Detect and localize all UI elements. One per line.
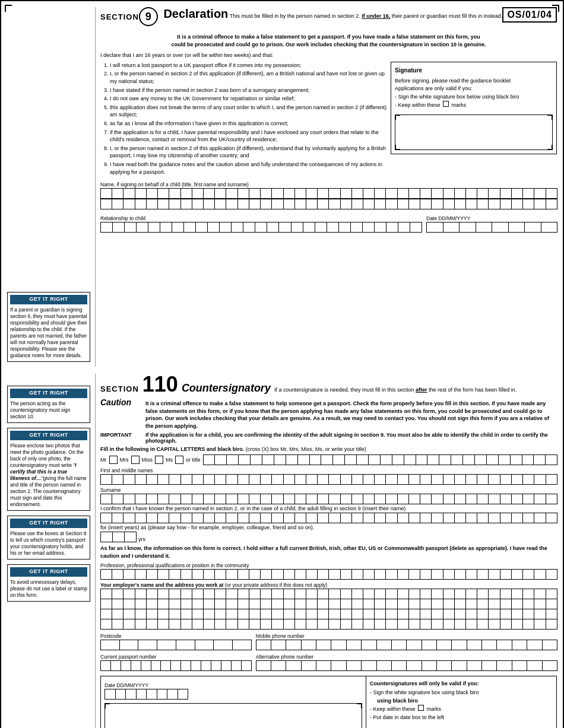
title-row: Mr Mrs Miss Ms or title (100, 454, 557, 465)
postcode-mobile-row: Postcode Mobile phone number (100, 631, 557, 650)
sidebar10-box4: GET IT RIGHT To avoid unnecessary delays… (7, 564, 90, 602)
confirm-grid[interactable] (100, 513, 557, 523)
sig-line1: Before signing, please read the guidance… (395, 77, 553, 85)
postcode-grid[interactable] (100, 640, 251, 650)
alt-phone-label: Alternative phone number (256, 654, 557, 660)
important-row: IMPORTANT If the application is for a ch… (100, 432, 557, 444)
form-number: OS/01/04 (502, 7, 557, 23)
section9-layout: GET IT RIGHT If a parent or guardian is … (7, 7, 557, 367)
caution-text: It is a criminal offence to make a false… (145, 400, 557, 430)
title-grid[interactable] (203, 454, 557, 465)
ms-label: Ms (166, 457, 173, 463)
section9-content: SECTION 9 Declaration This must be fille… (95, 7, 557, 367)
sec9-points: I will return a lost passport to a UK pa… (100, 62, 387, 177)
employer-section: Your employer's name and the address you… (100, 582, 557, 630)
alt-phone-section: Alternative phone number (256, 651, 557, 671)
get-it-right-2: GET IT RIGHT (10, 389, 87, 398)
employer-grid-3[interactable] (100, 609, 557, 619)
sec9-columns: I will return a lost passport to a UK pa… (100, 62, 557, 177)
decl-point-2: I, or the person named in section 2 of t… (110, 70, 387, 85)
bottom-bullet1b: using black biro (370, 697, 553, 705)
surname-label: Surname (100, 487, 557, 493)
sig-bullet1: - Sign the white signature box below usi… (395, 93, 553, 101)
miss-label: Miss (142, 457, 153, 463)
profession-grid[interactable] (100, 569, 557, 580)
employer-grid-2[interactable] (100, 599, 557, 609)
sidebar10: GET IT RIGHT The person acting as the co… (7, 374, 95, 728)
date10-grid[interactable] (104, 689, 188, 700)
years-grid[interactable] (100, 532, 136, 542)
countersig-validity: Countersignatures will only be valid if … (370, 680, 553, 688)
relationship-label: Relationship to child (100, 215, 422, 221)
or-title-label: or title (186, 457, 201, 463)
relationship-grid[interactable] (100, 222, 422, 233)
criminal-warning: It is a criminal offence to make a false… (100, 33, 557, 48)
section9-label: SECTION (100, 12, 139, 21)
for-years-label: for (insert years) as (please say how - … (100, 524, 557, 530)
mrs-checkbox[interactable] (131, 456, 140, 464)
passport-phone-row: Current passport number (100, 651, 557, 671)
passport-grid[interactable] (100, 660, 251, 671)
employer-grid-1[interactable] (100, 589, 557, 599)
bottom-sig-left: Date DD/MM/YYYY (101, 676, 366, 728)
mobile-grid[interactable] (256, 640, 557, 650)
mobile-section: Mobile phone number (256, 631, 557, 650)
decl-point-4: I do not owe any money to the UK Governm… (110, 95, 387, 103)
caution-row: Caution It is a criminal offence to make… (100, 398, 557, 430)
section10-label: SECTION (100, 384, 139, 393)
declaration-title: Declaration (163, 7, 228, 20)
employer-label: Your employer's name and the address you… (100, 582, 557, 588)
surname-section: Surname (100, 487, 557, 504)
bottom-sig-right: Countersignatures will only be valid if … (366, 676, 556, 728)
sidebar10-text1: The person acting as the countersignator… (10, 400, 87, 420)
postcode-section: Postcode (100, 631, 251, 650)
decl-point-9: I have read both the guidance notes and … (110, 161, 387, 176)
sidebar10-box2: GET IT RIGHT Please enclose two photos t… (7, 428, 90, 511)
sec9-signature-box: Signature Before signing, please read th… (391, 62, 557, 177)
section9-header: SECTION 9 (100, 7, 158, 26)
sidebar9-text: If a parent or guardian is signing secti… (10, 307, 87, 359)
alt-phone-grid[interactable] (256, 660, 557, 671)
declaration-subtitle: This must be filled in by the person nam… (230, 13, 502, 19)
countersig-subtitle: If a countersignature is needed, they mu… (274, 387, 517, 393)
name-label: Name, if signing on behalf of a child (t… (100, 182, 557, 187)
date9-grid[interactable] (426, 222, 557, 233)
sidebar10-box1: GET IT RIGHT The person acting as the co… (7, 386, 90, 423)
get-it-right-4: GET IT RIGHT (10, 519, 87, 528)
mr-checkbox[interactable] (109, 456, 118, 464)
name-cell[interactable] (100, 188, 112, 199)
relationship-section: Relationship to child (100, 213, 422, 233)
bottom-bullet3: - Put date in date box to the left (370, 714, 553, 722)
date10-label: Date DD/MM/YYYY (104, 682, 362, 688)
sig-line2: Applications are only valid if you: (395, 85, 553, 93)
ms-checkbox[interactable] (175, 456, 183, 464)
section10-content: SECTION 110 Countersignatory If a counte… (95, 374, 557, 728)
name-input-grid-2[interactable] (100, 199, 557, 209)
first-names-section: First and middle names (100, 468, 557, 485)
decl-point-7: if the application is for a child, I hav… (110, 129, 387, 144)
section10-num: 110 (142, 374, 178, 395)
miss-checkbox[interactable] (155, 456, 163, 464)
first-names-grid[interactable] (100, 474, 557, 485)
mr-label: Mr (100, 457, 107, 463)
postcode-label: Postcode (100, 633, 251, 639)
sidebar10-box3: GET IT RIGHT Please use the boxes at Sec… (7, 516, 90, 559)
decl-point-1: I will return a lost passport to a UK pa… (110, 62, 387, 69)
passport-statement: As far as I know, the information on thi… (100, 545, 557, 559)
name-input-grid[interactable] (100, 188, 557, 199)
countersig-title: Countersignatory (182, 382, 271, 395)
page: GET IT RIGHT If a parent or guardian is … (0, 0, 564, 728)
important-text: If the application is for a child, you a… (145, 432, 557, 444)
surname-grid[interactable] (100, 494, 557, 504)
signature-area[interactable] (395, 115, 553, 150)
get-it-right-1: GET IT RIGHT (10, 295, 87, 304)
name-field-section: Name, if signing on behalf of a child (t… (100, 182, 557, 209)
profession-section: Profession, professional qualifications … (100, 562, 557, 580)
fill-instruction: Fill in the following in CAPITAL LETTERS… (100, 446, 557, 452)
sec10-header-row: SECTION 110 Countersignatory If a counte… (100, 374, 557, 395)
current-passport-section: Current passport number (100, 651, 251, 671)
get-it-right-5: GET IT RIGHT (10, 567, 87, 577)
countersig-area[interactable] (104, 703, 362, 728)
employer-grid-4[interactable] (100, 619, 557, 630)
confirm-label: I confirm that I have known the person n… (100, 506, 557, 511)
